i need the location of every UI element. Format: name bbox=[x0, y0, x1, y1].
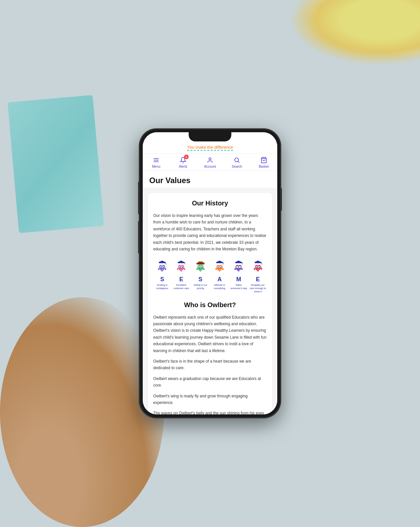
seame-item-e1: E Excellent customer care bbox=[172, 259, 190, 290]
search-icon bbox=[233, 156, 241, 164]
seame-desc-s1: Smiling is contagious bbox=[153, 284, 171, 290]
seame-item-a: A Attitude is everything bbox=[211, 259, 228, 290]
nav-menu-label: Menu bbox=[152, 165, 160, 168]
svg-point-4 bbox=[235, 158, 239, 162]
svg-point-60 bbox=[238, 267, 238, 268]
svg-point-55 bbox=[242, 264, 243, 265]
owl-icon-m bbox=[231, 259, 246, 275]
page-title: Our Values bbox=[149, 176, 271, 185]
owl-icon-s1 bbox=[155, 259, 170, 275]
tagline-text: You make the difference bbox=[187, 145, 233, 150]
owlbert-para-4: Owlbert's wing is ready fly and grow thr… bbox=[153, 393, 267, 406]
phone-frame: You make the difference Menu bbox=[139, 129, 281, 418]
svg-point-38 bbox=[199, 267, 200, 268]
svg-point-31 bbox=[196, 263, 205, 265]
svg-point-10 bbox=[166, 264, 167, 265]
basket-icon bbox=[260, 156, 268, 164]
svg-point-50 bbox=[221, 267, 221, 268]
phone-notch bbox=[189, 132, 231, 141]
svg-point-61 bbox=[240, 267, 241, 268]
seame-item-s2: S Safety is our priority bbox=[192, 259, 209, 290]
seame-letter-s2: S bbox=[199, 276, 202, 283]
bell-icon: 2 bbox=[179, 156, 187, 164]
svg-point-26 bbox=[180, 267, 181, 268]
content-area: Our History Our vision to inspire learni… bbox=[143, 188, 277, 414]
svg-point-15 bbox=[161, 267, 161, 268]
seame-letter-m: M bbox=[236, 276, 241, 283]
nav-item-search[interactable]: Search bbox=[227, 156, 247, 168]
svg-line-65 bbox=[261, 262, 262, 264]
nav-basket-label: Basket bbox=[259, 165, 269, 168]
seame-item-s1: S Smiling is contagious bbox=[153, 259, 171, 290]
background-notebook bbox=[8, 95, 104, 233]
seame-item-e2: E Empathy we care enough to show it bbox=[249, 259, 267, 293]
svg-point-3 bbox=[209, 158, 211, 160]
page-title-bar: Our Values bbox=[143, 171, 277, 188]
owlbert-para-1: Owlbert represents each one of our quali… bbox=[153, 314, 267, 354]
screen-content: You make the difference Menu bbox=[143, 132, 277, 414]
phone-wrapper: You make the difference Menu bbox=[139, 129, 281, 418]
nav-item-basket[interactable]: Basket bbox=[254, 156, 274, 168]
nav-item-alerts[interactable]: 2 Alerts bbox=[173, 156, 193, 168]
seame-letter-e1: E bbox=[179, 276, 183, 283]
svg-point-71 bbox=[257, 267, 257, 268]
owlbert-para-3: Owlbert wears a graduation cap because w… bbox=[153, 375, 267, 389]
seame-letter-a: A bbox=[218, 276, 222, 283]
svg-line-9 bbox=[165, 262, 166, 264]
svg-point-39 bbox=[202, 267, 202, 268]
svg-point-27 bbox=[183, 267, 183, 268]
owl-icon-e1 bbox=[174, 259, 189, 275]
owl-icon-s2 bbox=[193, 259, 208, 275]
our-history-body: Our vision to inspire learning early has… bbox=[153, 212, 267, 252]
svg-point-16 bbox=[163, 267, 164, 268]
navigation-bar: Menu 2 Alerts bbox=[143, 154, 277, 171]
nav-item-account[interactable]: Account bbox=[200, 156, 220, 168]
owlbert-section: Who is Owlbert? Owlbert represents each … bbox=[153, 301, 267, 414]
seame-desc-e1: Excellent customer care bbox=[172, 284, 190, 290]
svg-point-49 bbox=[218, 267, 219, 268]
our-history-title: Our History bbox=[153, 200, 267, 207]
background-flowers bbox=[289, 0, 420, 66]
alerts-badge: 2 bbox=[184, 155, 189, 159]
owlbert-title: Who is Owlbert? bbox=[153, 301, 267, 309]
phone-screen: You make the difference Menu bbox=[143, 132, 277, 414]
nav-item-menu[interactable]: Menu bbox=[146, 156, 166, 168]
owlbert-para-5: The waves on Owlbert's belly and the sun… bbox=[153, 410, 267, 414]
svg-point-44 bbox=[223, 264, 224, 265]
seame-item-m: M Make someone's day bbox=[230, 259, 247, 290]
seame-letter-s1: S bbox=[160, 276, 164, 283]
seame-desc-e2: Empathy we care enough to show it bbox=[249, 284, 267, 293]
svg-line-43 bbox=[223, 262, 223, 264]
seame-desc-a: Attitude is everything bbox=[211, 284, 228, 290]
content-card: Our History Our vision to inspire learni… bbox=[148, 193, 272, 414]
svg-point-33 bbox=[204, 264, 205, 265]
svg-point-21 bbox=[185, 264, 186, 265]
seame-desc-s2: Safety is our priority bbox=[192, 284, 209, 290]
hamburger-icon bbox=[152, 156, 160, 164]
owl-icon-e2 bbox=[250, 259, 265, 275]
svg-line-5 bbox=[238, 161, 240, 163]
nav-account-label: Account bbox=[204, 165, 216, 168]
svg-point-72 bbox=[259, 267, 260, 268]
svg-line-20 bbox=[184, 262, 185, 264]
seame-row: S Smiling is contagious bbox=[153, 259, 267, 293]
svg-line-54 bbox=[242, 262, 242, 264]
owlbert-para-2: Owlbert's face is in the shape of a hear… bbox=[153, 358, 267, 371]
nav-search-label: Search bbox=[232, 165, 242, 168]
owl-icon-a bbox=[212, 259, 227, 275]
person-icon bbox=[206, 156, 214, 164]
nav-alerts-label: Alerts bbox=[179, 165, 187, 168]
svg-point-66 bbox=[261, 264, 262, 265]
seame-letter-e2: E bbox=[256, 276, 260, 283]
seame-desc-m: Make someone's day bbox=[230, 284, 247, 290]
